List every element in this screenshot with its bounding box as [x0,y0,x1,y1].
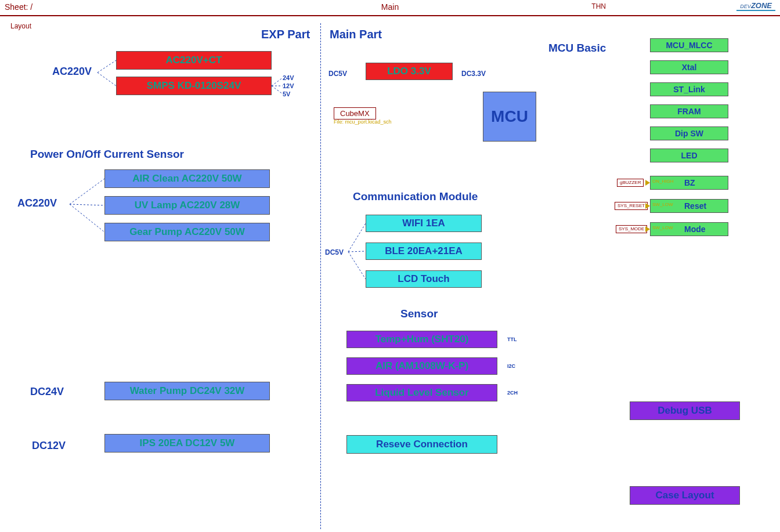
ttl-label: TTL [507,336,517,342]
air-sensor-block[interactable]: AIR (AM1008W-K-P) [346,357,497,375]
ac220v-label-2: AC220V [17,197,57,209]
sensor-title: Sensor [400,307,438,320]
water-pump-block[interactable]: Water Pump DC24V 32W [104,382,270,400]
net-sw-low-2: SW_LOW [652,225,673,230]
pocs-title: Power On/Off Current Sensor [30,148,184,161]
gear-pump-block[interactable]: Gear Pump AC220V 50W [104,223,270,241]
svg-line-7 [70,204,104,232]
ldo-block[interactable]: LDO 3.3V [366,63,453,80]
net-gbuzzer: gBUZZER [617,179,644,187]
ac220v-ct-block[interactable]: AC220V+CT [116,51,272,70]
stlink-block[interactable]: ST_Link [650,82,728,96]
volt-12v: 12V [283,82,294,89]
svg-line-9 [348,251,366,252]
ble-block[interactable]: BLE 20EA+21EA [366,243,482,260]
volt-5v: 5V [283,91,290,97]
layout-label: Layout [10,22,31,30]
smps-block[interactable]: SMPS KD-0120S24V [116,77,272,95]
dc24v-label: DC24V [30,386,64,398]
mcu-basic-title: MCU Basic [548,42,606,55]
ac220v-label-1: AC220V [52,66,92,78]
header-bar: Sheet: / Main THN DEVZONE [0,0,780,16]
comm-module-title: Communication Module [353,190,478,203]
mcu-block[interactable]: MCU [483,92,536,142]
2ch-label: 2CH [507,390,518,396]
svg-line-8 [348,223,366,252]
mcu-mlcc-block[interactable]: MCU_MLCC [650,38,728,52]
wifi-block[interactable]: WIFI 1EA [366,215,482,232]
case-layout-block[interactable]: Case Layout [630,486,740,505]
sheet-path: Sheet: / [5,2,32,12]
svg-line-5 [70,179,104,204]
header-thn: THN [591,2,606,10]
svg-line-10 [348,252,366,279]
liquid-level-block[interactable]: Liquid Level Sensor [346,384,497,401]
net-on-high: ON_HIGH [652,179,673,184]
dc3.3v-label: DC3.3V [461,70,486,78]
led-block[interactable]: LED [650,149,728,162]
xtal-block[interactable]: Xtal [650,60,728,74]
dc12v-label: DC12V [32,440,66,452]
svg-line-0 [98,60,116,73]
devzone-logo: DEVZONE [736,1,775,11]
header-main: Main [381,2,399,12]
vertical-divider [320,23,321,529]
dc5v-label-2: DC5V [325,248,344,256]
svg-line-4 [272,86,283,94]
debug-usb-block[interactable]: Debug USB [630,401,740,420]
arrow-icon [645,203,650,209]
uv-lamp-block[interactable]: UV Lamp AC220V 28W [104,196,270,215]
svg-line-2 [272,78,283,86]
temp-hum-block[interactable]: Temp+Hum (SHT20) [346,331,497,348]
volt-24v: 24V [283,74,294,81]
dipsw-block[interactable]: Dip SW [650,126,728,140]
lcd-touch-block[interactable]: LCD Touch [366,270,482,288]
net-sys-mode: SYS_MODE [616,225,647,233]
arrow-icon [645,180,650,186]
net-sw-low-1: SW_LOW [652,202,673,207]
dc5v-label-1: DC5V [328,70,347,78]
arrow-icon [645,226,650,232]
i2c-label: I2C [507,363,515,369]
net-sys-reset: SYS_RESET [615,202,648,210]
svg-line-6 [70,204,104,205]
main-part-title: Main Part [330,28,382,41]
air-clean-block[interactable]: AIR Clean AC220V 50W [104,169,270,188]
reserve-conn-block[interactable]: Reseve Connection [346,435,497,454]
fram-block[interactable]: FRAM [650,104,728,118]
svg-line-1 [98,73,116,86]
exp-part-title: EXP Part [261,28,310,41]
ips-block[interactable]: IPS 20EA DC12V 5W [104,434,270,453]
cubemx-sheet[interactable]: CubeMX [334,107,376,120]
cubemx-file: File: mcu_port.kicad_sch [334,119,392,125]
